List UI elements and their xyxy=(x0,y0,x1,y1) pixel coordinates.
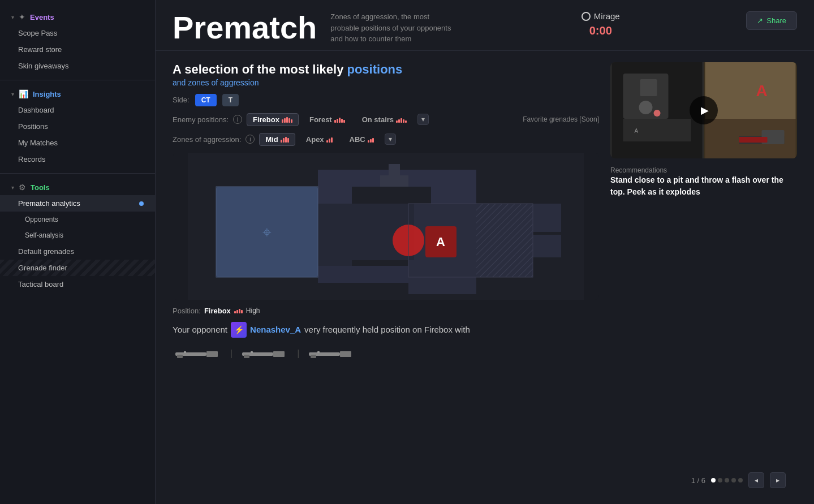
pagination: 1 / 6 ◂ ▸ xyxy=(610,468,797,493)
side-selector: Side: CT T xyxy=(173,94,599,106)
recommendations: Recommendations Stand close to a pit and… xyxy=(610,164,797,198)
svg-rect-35 xyxy=(317,351,320,353)
svg-rect-30 xyxy=(244,355,249,358)
position-prefix: Position: xyxy=(173,307,201,315)
svg-rect-13 xyxy=(533,235,561,257)
page-dots xyxy=(711,478,743,483)
sidebar-item-dashboard[interactable]: Dashboard xyxy=(0,102,155,118)
divider-1 xyxy=(0,80,155,80)
svg-rect-49 xyxy=(739,137,768,143)
dot-2[interactable] xyxy=(718,478,722,483)
page-header: Prematch Zones of aggression, the most p… xyxy=(156,0,814,51)
mid-bar xyxy=(281,136,289,143)
next-button[interactable]: ▸ xyxy=(770,472,786,488)
content-left: A selection of the most likely positions… xyxy=(173,62,599,493)
svg-rect-7 xyxy=(318,204,341,249)
weapon-1 xyxy=(173,347,223,360)
svg-rect-33 xyxy=(340,351,351,357)
mid-label: Mid xyxy=(265,135,278,144)
svg-rect-29 xyxy=(273,351,285,357)
ct-button[interactable]: CT xyxy=(195,94,217,106)
share-button[interactable]: ↗ Share xyxy=(746,11,797,30)
svg-rect-40 xyxy=(623,119,691,141)
insights-label: Insights xyxy=(33,90,61,98)
svg-rect-38 xyxy=(640,79,657,96)
firebox-label: Firebox xyxy=(253,115,279,124)
info-icon-positions[interactable]: i xyxy=(233,115,242,124)
zone-apex[interactable]: Apex xyxy=(300,133,339,146)
svg-rect-11 xyxy=(476,204,533,277)
page-title: Prematch xyxy=(173,12,317,44)
main-content: Prematch Zones of aggression, the most p… xyxy=(156,0,814,504)
recommendations-text: Stand close to a pit and throw a flash o… xyxy=(610,174,797,198)
sidebar-item-opponents[interactable]: Opponents xyxy=(0,212,155,227)
sidebar-item-skin-giveaways[interactable]: Skin giveaways xyxy=(0,58,155,74)
content-right: A A xyxy=(610,62,797,493)
tools-label: Tools xyxy=(31,183,50,192)
zone-abc[interactable]: ABC xyxy=(343,133,380,146)
favorite-grenades-label: Favorite grenades [Soon] xyxy=(523,115,599,123)
weapon-divider-1: | xyxy=(230,348,232,359)
svg-text:A: A xyxy=(756,82,768,100)
sidebar-item-grenade-finder[interactable]: Grenade finder xyxy=(0,260,155,276)
match-timer: 0:00 xyxy=(589,24,612,37)
prev-button[interactable]: ◂ xyxy=(748,472,764,488)
dot-5[interactable] xyxy=(738,478,743,483)
position-name: Firebox xyxy=(204,307,231,315)
sidebar-section-tools[interactable]: ▾ ⚙ Tools xyxy=(0,179,155,195)
position-on-stairs[interactable]: On stairs xyxy=(356,113,413,126)
svg-rect-20 xyxy=(380,175,408,187)
dot-1[interactable] xyxy=(711,478,716,483)
chevron-icon-insights: ▾ xyxy=(11,91,14,97)
events-label: Events xyxy=(30,13,54,21)
weapon-3 xyxy=(306,347,357,360)
forest-label: Forest xyxy=(309,115,332,124)
sidebar-item-default-grenades[interactable]: Default grenades xyxy=(0,243,155,260)
sidebar-item-prematch-analytics[interactable]: Prematch analytics xyxy=(0,195,155,212)
sidebar-item-positions[interactable]: Positions xyxy=(0,118,155,135)
map-svg: ⌖ xyxy=(173,153,599,300)
weapon-divider-2: | xyxy=(297,348,299,359)
video-thumbnail[interactable]: A A xyxy=(610,62,797,158)
svg-text:A: A xyxy=(436,235,445,249)
opponent-row: Your opponent ⚡ Nenashev_A very frequent… xyxy=(173,322,599,338)
svg-rect-6 xyxy=(431,170,476,204)
position-forest[interactable]: Forest xyxy=(303,113,351,126)
opponent-name[interactable]: Nenashev_A xyxy=(250,325,301,334)
sidebar-item-records[interactable]: Records xyxy=(0,151,155,167)
sidebar-item-self-analysis[interactable]: Self-analysis xyxy=(0,227,155,243)
svg-rect-5 xyxy=(318,170,431,187)
play-button[interactable] xyxy=(690,96,718,124)
positions-dropdown[interactable]: ▾ xyxy=(417,114,429,125)
svg-rect-44 xyxy=(705,62,796,119)
sidebar-section-insights[interactable]: ▾ 📊 Insights xyxy=(0,86,155,102)
zones-label: Zones of aggression: xyxy=(173,135,241,144)
abc-label: ABC xyxy=(350,135,365,144)
zone-mid[interactable]: Mid xyxy=(259,133,295,146)
sidebar-item-tactical-board[interactable]: Tactical board xyxy=(0,276,155,292)
zones-dropdown[interactable]: ▾ xyxy=(385,133,396,145)
header-left: Prematch Zones of aggression, the most p… xyxy=(173,11,455,45)
sidebar-item-scope-pass[interactable]: Scope Pass xyxy=(0,25,155,41)
svg-point-39 xyxy=(639,101,653,114)
sidebar-item-my-matches[interactable]: My Matches xyxy=(0,135,155,151)
info-icon-zones[interactable]: i xyxy=(246,135,255,144)
dot-3[interactable] xyxy=(725,478,729,483)
chevron-icon: ▾ xyxy=(11,14,14,20)
position-firebox[interactable]: Firebox xyxy=(247,113,299,126)
content-area: A selection of the most likely positions… xyxy=(156,51,814,505)
sidebar-section-events[interactable]: ▾ ✦ Events xyxy=(0,9,155,25)
svg-rect-26 xyxy=(177,355,183,358)
stairs-bar xyxy=(396,116,407,123)
side-label: Side: xyxy=(173,96,189,104)
firebox-bar xyxy=(282,116,292,123)
t-button[interactable]: T xyxy=(222,94,239,106)
map-name: Mirage xyxy=(594,11,620,21)
svg-text:A: A xyxy=(635,128,639,134)
sidebar-item-reward-store[interactable]: Reward store xyxy=(0,41,155,58)
section-title-text: A selection of the most likely xyxy=(173,62,347,76)
active-indicator xyxy=(139,201,144,206)
dot-4[interactable] xyxy=(731,478,736,483)
enemy-positions-label: Enemy positions: xyxy=(173,115,229,124)
opponent-text: Your opponent xyxy=(173,325,227,334)
